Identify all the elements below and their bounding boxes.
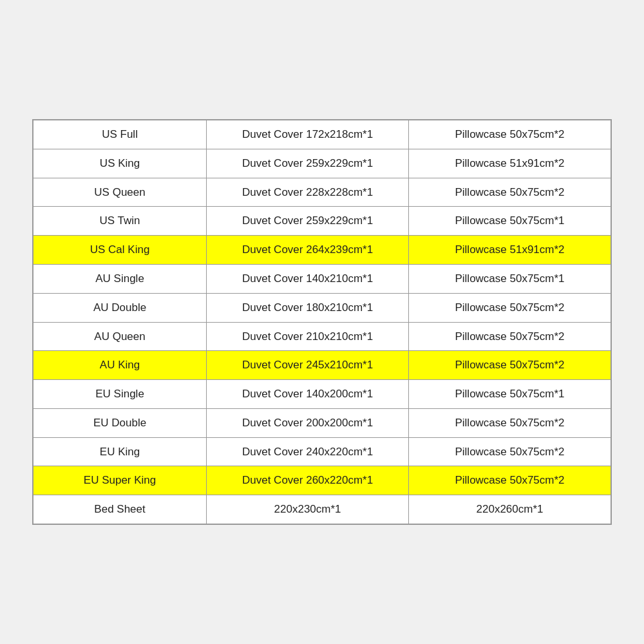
row-pillow-7: Pillowcase 50x75cm*2	[409, 322, 611, 351]
row-duvet-2: Duvet Cover 228x228cm*1	[207, 178, 409, 207]
row-pillow-11: Pillowcase 50x75cm*2	[409, 437, 611, 466]
row-name-1: US King	[33, 149, 207, 178]
row-name-4: US Cal King	[33, 236, 207, 265]
row-pillow-13: 220x260cm*1	[409, 495, 611, 524]
row-name-2: US Queen	[33, 178, 207, 207]
row-duvet-9: Duvet Cover 140x200cm*1	[207, 380, 409, 409]
row-name-9: EU Single	[33, 380, 207, 409]
row-pillow-1: Pillowcase 51x91cm*2	[409, 149, 611, 178]
row-name-10: EU Double	[33, 408, 207, 437]
row-duvet-5: Duvet Cover 140x210cm*1	[207, 264, 409, 293]
row-name-8: AU King	[33, 351, 207, 380]
row-duvet-0: Duvet Cover 172x218cm*1	[207, 120, 409, 149]
size-chart-table: US FullDuvet Cover 172x218cm*1Pillowcase…	[33, 120, 611, 524]
row-pillow-0: Pillowcase 50x75cm*2	[409, 120, 611, 149]
table-wrapper: US FullDuvet Cover 172x218cm*1Pillowcase…	[32, 119, 612, 525]
row-duvet-6: Duvet Cover 180x210cm*1	[207, 293, 409, 322]
row-duvet-4: Duvet Cover 264x239cm*1	[207, 236, 409, 265]
row-duvet-7: Duvet Cover 210x210cm*1	[207, 322, 409, 351]
row-duvet-13: 220x230cm*1	[207, 495, 409, 524]
row-name-13: Bed Sheet	[33, 495, 207, 524]
row-pillow-4: Pillowcase 51x91cm*2	[409, 236, 611, 265]
row-name-3: US Twin	[33, 207, 207, 236]
row-pillow-3: Pillowcase 50x75cm*1	[409, 207, 611, 236]
row-name-11: EU King	[33, 437, 207, 466]
row-pillow-6: Pillowcase 50x75cm*2	[409, 293, 611, 322]
row-duvet-1: Duvet Cover 259x229cm*1	[207, 149, 409, 178]
row-pillow-9: Pillowcase 50x75cm*1	[409, 380, 611, 409]
row-duvet-11: Duvet Cover 240x220cm*1	[207, 437, 409, 466]
row-pillow-5: Pillowcase 50x75cm*1	[409, 264, 611, 293]
row-duvet-12: Duvet Cover 260x220cm*1	[207, 466, 409, 495]
row-pillow-2: Pillowcase 50x75cm*2	[409, 178, 611, 207]
row-name-6: AU Double	[33, 293, 207, 322]
row-duvet-3: Duvet Cover 259x229cm*1	[207, 207, 409, 236]
row-duvet-10: Duvet Cover 200x200cm*1	[207, 408, 409, 437]
row-name-5: AU Single	[33, 264, 207, 293]
row-name-12: EU Super King	[33, 466, 207, 495]
row-name-0: US Full	[33, 120, 207, 149]
row-duvet-8: Duvet Cover 245x210cm*1	[207, 351, 409, 380]
page-container: US FullDuvet Cover 172x218cm*1Pillowcase…	[0, 0, 644, 644]
row-pillow-8: Pillowcase 50x75cm*2	[409, 351, 611, 380]
row-pillow-12: Pillowcase 50x75cm*2	[409, 466, 611, 495]
row-pillow-10: Pillowcase 50x75cm*2	[409, 408, 611, 437]
row-name-7: AU Queen	[33, 322, 207, 351]
